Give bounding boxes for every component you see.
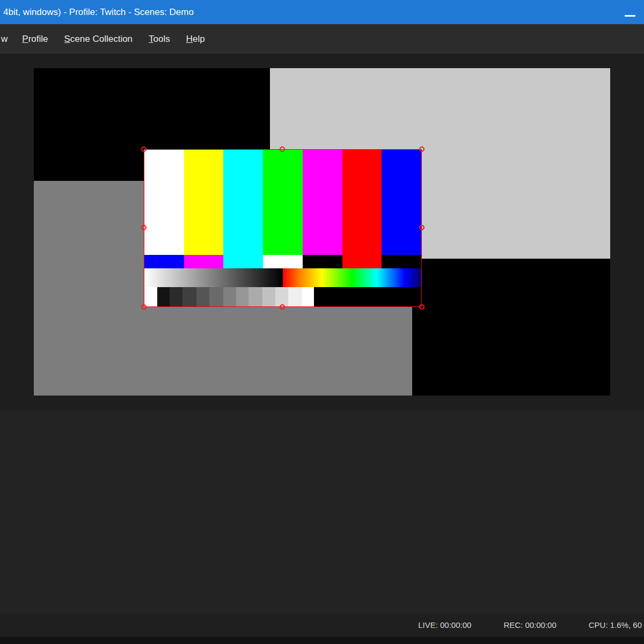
live-time: LIVE: 00:00:00 [418,620,471,630]
step-row [144,287,421,306]
gradient-row [144,268,421,287]
rec-time: REC: 00:00:00 [503,620,556,630]
resize-handle-top-left[interactable] [141,147,147,152]
color-bars-reverse-row [144,255,421,268]
dock-area: × + − Sources × Image 4 [0,411,644,613]
preview-canvas [0,54,644,411]
color-bars-main-row [144,150,421,255]
menu-bar: w Profile Scene Collection Tools Help [0,24,644,54]
resize-handle-bottom-left[interactable] [141,304,147,310]
window-titlebar: 4bit, windows) - Profile: Twitch - Scene… [0,0,644,24]
status-bar: LIVE: 00:00:00 REC: 00:00:00 CPU: 1.6%, … [0,613,644,644]
minimize-button[interactable] [616,0,644,24]
resize-handle-top-middle[interactable] [280,147,285,152]
menu-item-view-partial[interactable]: w [0,31,14,48]
window-title: 4bit, windows) - Profile: Twitch - Scene… [3,0,194,24]
menu-item-tools[interactable]: Tools [141,31,178,48]
cpu-usage: CPU: 1.6%, 60 [589,620,642,630]
menu-item-scene-collection[interactable]: Scene Collection [56,31,141,48]
resize-handle-middle-right[interactable] [419,225,425,230]
resize-handle-top-right[interactable] [419,147,425,152]
menu-item-profile[interactable]: Profile [14,31,56,48]
selected-source-color-bars[interactable] [144,149,422,307]
menu-item-help[interactable]: Help [178,31,213,48]
minimize-icon [625,15,635,17]
resize-handle-bottom-right[interactable] [419,304,425,310]
scene-background [34,68,610,396]
window-bottom-edge [0,637,644,644]
resize-handle-bottom-middle[interactable] [280,304,285,310]
scene-black-rect-bottom-right [412,259,610,396]
resize-handle-middle-left[interactable] [141,225,147,230]
